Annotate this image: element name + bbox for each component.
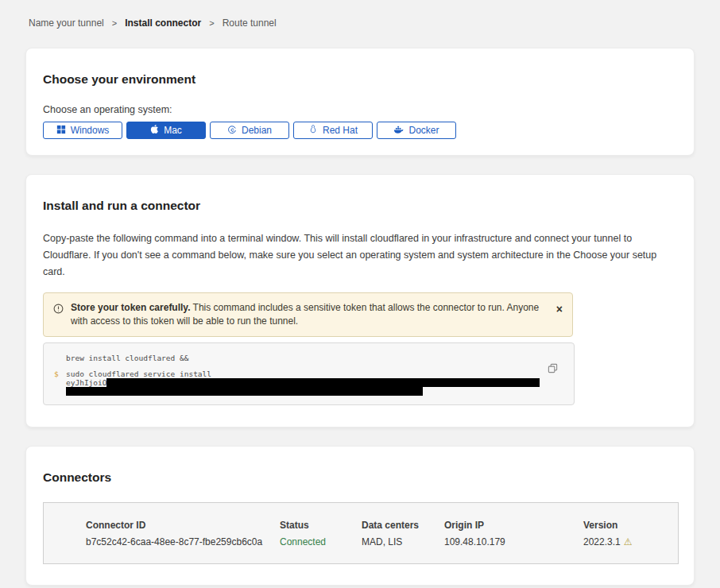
docker-icon (393, 125, 404, 137)
os-button-label: Windows (71, 125, 110, 136)
os-button-label: Debian (242, 125, 272, 136)
environment-card-title: Choose your environment (43, 72, 677, 87)
version-value: 2022.3.1⚠ (583, 536, 678, 547)
tunnel-setup-page: Name your tunnel > Install connector > R… (0, 0, 720, 588)
os-button-label: Docker (408, 125, 439, 136)
breadcrumb-separator: > (209, 18, 214, 28)
os-button-redhat[interactable]: Red Hat (293, 122, 373, 139)
code-line-token: eyJhIjoiO (66, 378, 540, 387)
os-button-windows[interactable]: Windows (43, 122, 122, 139)
debian-icon (227, 125, 237, 137)
shell-prompt: $ (54, 369, 66, 396)
alert-circle-icon (53, 303, 64, 317)
os-button-mac[interactable]: Mac (126, 122, 206, 139)
origin-ip-value: 109.48.10.179 (444, 536, 583, 547)
code-line-brew: brew install cloudflared && (66, 354, 188, 362)
redhat-icon (308, 124, 318, 137)
os-select-label: Choose an operating system: (43, 104, 677, 115)
apple-icon (150, 124, 159, 137)
install-card-title: Install and run a connector (43, 199, 677, 213)
column-origin-ip: Origin IP (444, 520, 583, 531)
column-connector-id: Connector ID (86, 520, 280, 531)
connectors-card: Connectors Connector ID Status Data cent… (25, 446, 695, 586)
redacted-token-bar (106, 378, 540, 387)
step-install-connector[interactable]: Install connector (125, 17, 201, 29)
token-warning-bold: Store your token carefully. (71, 302, 191, 313)
data-centers-value: MAD, LIS (362, 536, 444, 547)
connectors-table-header: Connector ID Status Data centers Origin … (86, 520, 678, 531)
close-icon[interactable]: × (556, 304, 563, 315)
breadcrumb: Name your tunnel > Install connector > R… (29, 17, 695, 29)
connectors-card-title: Connectors (43, 470, 677, 485)
step-name-your-tunnel[interactable]: Name your tunnel (29, 17, 104, 29)
code-gutter (54, 354, 66, 362)
os-button-docker[interactable]: Docker (377, 122, 456, 139)
os-button-debian[interactable]: Debian (210, 122, 289, 139)
code-line-sudo: sudo cloudflared service install (66, 369, 540, 378)
os-button-group: Windows Mac Debian (43, 122, 677, 139)
install-card-description: Copy-paste the following command into a … (43, 230, 677, 280)
connectors-table: Connector ID Status Data centers Origin … (43, 502, 679, 564)
column-status: Status (280, 520, 362, 531)
redacted-token-bar (66, 387, 423, 396)
column-data-centers: Data centers (362, 520, 444, 531)
connector-id-value: b7c52c42-6caa-48ee-8c77-fbe259cb6c0a (86, 536, 280, 547)
windows-icon (56, 125, 66, 137)
token-warning-text: Store your token carefully. This command… (71, 301, 556, 328)
table-row: b7c52c42-6caa-48ee-8c77-fbe259cb6c0a Con… (86, 536, 678, 547)
install-command-block: brew install cloudflared && $ sudo cloud… (43, 342, 575, 405)
token-warning-banner: Store your token carefully. This command… (43, 292, 573, 337)
step-route-tunnel[interactable]: Route tunnel (223, 17, 277, 29)
version-warning-icon: ⚠ (624, 536, 633, 547)
copy-icon[interactable] (548, 363, 558, 376)
column-version: Version (583, 520, 678, 531)
environment-card: Choose your environment Choose an operat… (25, 48, 695, 156)
os-button-label: Mac (164, 125, 182, 136)
breadcrumb-separator: > (112, 18, 117, 28)
install-connector-card: Install and run a connector Copy-paste t… (25, 174, 695, 427)
os-button-label: Red Hat (323, 125, 358, 136)
status-badge: Connected (280, 536, 362, 547)
